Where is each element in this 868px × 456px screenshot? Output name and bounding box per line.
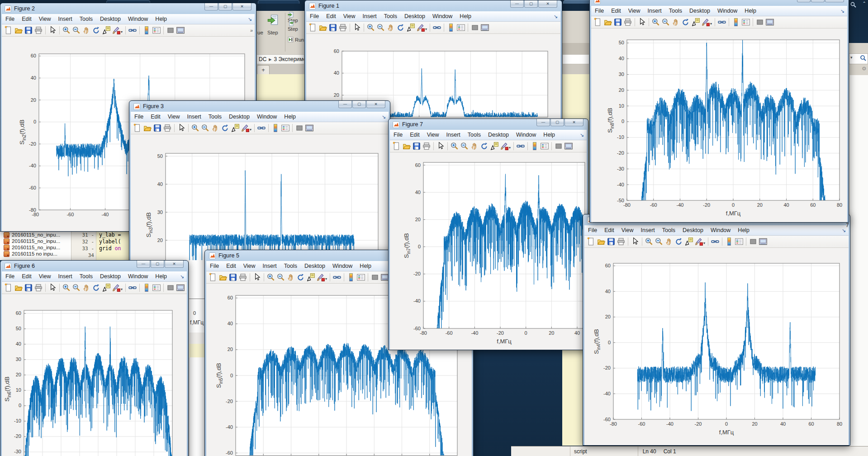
menu-edit[interactable]: Edit <box>406 132 423 138</box>
menu-desktop[interactable]: Desktop <box>401 13 429 19</box>
search-icon[interactable] <box>860 55 866 61</box>
minimize-button[interactable]: — <box>797 0 811 2</box>
run-to-cursor-button[interactable]: Run <box>288 37 304 43</box>
zoom-in-icon[interactable] <box>62 283 71 292</box>
window-titlebar[interactable]: Figure 7 — ▢ ✕ <box>389 119 588 130</box>
pointer-icon[interactable] <box>48 26 57 35</box>
menu-desktop[interactable]: Desktop <box>686 8 714 14</box>
menu-view[interactable]: View <box>35 16 55 22</box>
menu-view[interactable]: View <box>35 273 55 280</box>
pan-icon[interactable] <box>386 23 395 32</box>
hide-plot-tools-icon[interactable] <box>295 124 304 133</box>
new-document-icon[interactable] <box>392 142 401 151</box>
rotate-3d-icon[interactable] <box>221 124 230 133</box>
save-icon[interactable] <box>24 283 33 292</box>
pan-icon[interactable] <box>671 18 680 27</box>
zoom-out-icon[interactable] <box>201 124 210 133</box>
zoom-in-icon[interactable] <box>651 18 660 27</box>
menu-edit[interactable]: Edit <box>147 114 164 120</box>
link-plot-icon[interactable] <box>717 18 726 27</box>
insert-legend-icon[interactable] <box>741 18 750 27</box>
save-icon[interactable] <box>153 124 162 133</box>
pointer-icon[interactable] <box>631 237 640 246</box>
panel-collapse-icon[interactable]: ⊙ <box>862 66 866 71</box>
menu-edit[interactable]: Edit <box>18 16 35 22</box>
file-list-item[interactable]: 20160115 no inpu... <box>0 251 71 257</box>
new-document-icon[interactable] <box>587 237 596 246</box>
hide-plot-tools-icon[interactable] <box>166 26 175 35</box>
link-plot-icon[interactable] <box>711 237 720 246</box>
zoom-out-icon[interactable] <box>460 142 469 151</box>
brush-dropdown-caret[interactable]: ▾ <box>250 128 251 132</box>
maximize-button[interactable]: ▢ <box>352 101 366 108</box>
dock-arrow-icon[interactable]: ↘ <box>580 132 584 138</box>
rotate-3d-icon[interactable] <box>480 142 489 151</box>
window-titlebar[interactable]: Figure 1 — ▢ ✕ <box>305 0 562 11</box>
close-button[interactable]: ✕ <box>165 261 184 268</box>
minimize-button[interactable]: — <box>536 119 550 126</box>
new-document-icon[interactable] <box>593 18 602 27</box>
print-icon[interactable] <box>617 237 626 246</box>
menu-insert[interactable]: Insert <box>184 114 205 120</box>
file-list-item[interactable]: 20160115_no_inpu... <box>0 232 71 238</box>
new-document-icon[interactable] <box>4 283 13 292</box>
window-titlebar[interactable]: Figure 6 — ▢ ✕ <box>0 261 188 271</box>
insert-colorbar-icon[interactable] <box>346 273 356 282</box>
insert-legend-icon[interactable] <box>152 283 161 292</box>
menu-edit[interactable]: Edit <box>223 263 240 269</box>
brush-dropdown-caret[interactable]: ▾ <box>121 30 123 34</box>
show-plot-tools-icon[interactable] <box>305 124 314 133</box>
pointer-icon[interactable] <box>352 23 361 32</box>
print-icon[interactable] <box>238 273 247 282</box>
menu-window[interactable]: Window <box>512 132 540 138</box>
close-button[interactable]: ✕ <box>564 119 583 126</box>
menu-desktop[interactable]: Desktop <box>225 114 253 120</box>
brush-dropdown-caret[interactable]: ▾ <box>121 287 123 291</box>
print-icon[interactable] <box>34 283 43 292</box>
zoom-out-icon[interactable] <box>72 283 81 292</box>
breadcrumb-root[interactable]: DC <box>259 56 266 62</box>
open-file-icon[interactable] <box>318 23 327 32</box>
menu-window[interactable]: Window <box>124 16 152 22</box>
menu-edit[interactable]: Edit <box>601 227 618 233</box>
zoom-in-icon[interactable] <box>266 273 275 282</box>
brush-icon[interactable] <box>316 273 325 282</box>
brush-icon[interactable] <box>701 18 710 27</box>
save-icon[interactable] <box>412 142 421 151</box>
menu-insert[interactable]: Insert <box>359 13 380 19</box>
menu-file[interactable]: File <box>2 16 18 22</box>
menu-insert[interactable]: Insert <box>55 273 76 280</box>
insert-colorbar-icon[interactable] <box>731 18 740 27</box>
print-icon[interactable] <box>163 124 172 133</box>
window-titlebar[interactable]: — ▢ ✕ <box>590 0 849 6</box>
step-button[interactable] <box>267 14 279 27</box>
print-icon[interactable] <box>338 23 347 32</box>
menu-tools[interactable]: Tools <box>380 13 401 19</box>
dock-arrow-icon[interactable]: ↘ <box>180 274 184 280</box>
brush-icon[interactable] <box>416 23 425 32</box>
new-document-icon[interactable] <box>209 273 218 282</box>
pointer-icon[interactable] <box>252 273 261 282</box>
brush-dropdown-caret[interactable]: ▾ <box>509 146 511 150</box>
maximize-button[interactable]: ▢ <box>151 261 164 268</box>
insert-legend-icon[interactable] <box>735 237 744 246</box>
data-cursor-icon[interactable] <box>306 273 315 282</box>
pointer-icon[interactable] <box>48 283 57 292</box>
insert-legend-icon[interactable] <box>281 124 290 133</box>
insert-legend-icon[interactable] <box>152 26 161 35</box>
dock-arrow-icon[interactable]: ↘ <box>382 114 386 120</box>
data-cursor-icon[interactable] <box>231 124 240 133</box>
desktop-tab[interactable] <box>258 0 299 4</box>
zoom-in-icon[interactable] <box>62 26 71 35</box>
step-button-label[interactable]: Step <box>267 30 278 35</box>
show-plot-tools-icon[interactable] <box>765 18 774 27</box>
menu-tools[interactable]: Tools <box>464 132 484 138</box>
pan-icon[interactable] <box>82 283 91 292</box>
menu-file[interactable]: File <box>131 114 147 120</box>
link-plot-icon[interactable] <box>128 26 137 35</box>
zoom-in-icon[interactable] <box>366 23 375 32</box>
toolbar-overflow-chevron[interactable]: » <box>250 28 253 33</box>
link-plot-icon[interactable] <box>516 142 525 151</box>
print-icon[interactable] <box>623 18 632 27</box>
data-cursor-icon[interactable] <box>102 283 111 292</box>
